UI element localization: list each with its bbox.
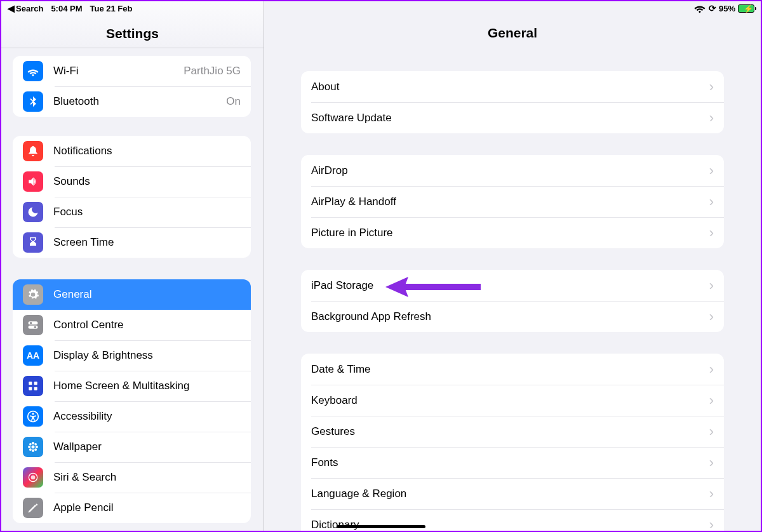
svg-point-2 xyxy=(30,322,32,324)
chevron-right-icon: › xyxy=(703,309,714,325)
sidebar-item-sounds[interactable]: Sounds xyxy=(13,166,251,197)
detail-item-about[interactable]: About › xyxy=(301,71,724,102)
detail-item-label: Picture in Picture xyxy=(311,227,393,239)
bell-icon xyxy=(23,141,43,161)
detail-item-label: About xyxy=(311,81,339,93)
detail-item-ipad-storage[interactable]: iPad Storage › xyxy=(301,270,724,301)
sidebar-item-bluetooth[interactable]: Bluetooth On xyxy=(13,86,251,117)
status-date: Tue 21 Feb xyxy=(90,4,133,13)
sidebar-item-siri[interactable]: Siri & Search xyxy=(13,462,251,493)
hourglass-icon xyxy=(23,232,43,253)
grid-icon xyxy=(23,376,43,396)
pencil-icon xyxy=(23,498,43,518)
detail-item-label: AirDrop xyxy=(311,164,348,177)
svg-point-10 xyxy=(32,446,35,449)
detail-item-software-update[interactable]: Software Update › xyxy=(301,102,724,133)
battery-icon: ⚡ xyxy=(738,4,754,13)
sidebar-item-label: Sounds xyxy=(53,175,90,188)
detail-item-pip[interactable]: Picture in Picture › xyxy=(301,217,724,248)
detail-title: General xyxy=(488,25,537,41)
svg-point-15 xyxy=(29,443,32,446)
detail-group-storage: iPad Storage › Background App Refresh › xyxy=(301,270,724,332)
battery-pct: 95% xyxy=(719,4,735,13)
detail-item-label: Background App Refresh xyxy=(311,310,431,323)
sidebar-item-label: Screen Time xyxy=(53,236,114,249)
wifi-icon xyxy=(23,61,43,81)
switches-icon xyxy=(23,315,43,335)
detail-item-background-refresh[interactable]: Background App Refresh › xyxy=(301,301,724,332)
svg-rect-7 xyxy=(34,387,37,390)
svg-rect-5 xyxy=(34,382,37,385)
chevron-right-icon: › xyxy=(703,163,714,179)
sidebar-title: Settings xyxy=(106,26,159,41)
status-bar: ◀ Search 5:04 PM Tue 21 Feb ⟳ 95% ⚡ xyxy=(1,1,761,15)
back-app-label[interactable]: Search xyxy=(16,4,43,13)
svg-point-17 xyxy=(29,448,32,451)
orientation-lock-icon: ⟳ xyxy=(709,3,716,13)
detail-group-input: Date & Time › Keyboard › Gestures › Font… xyxy=(301,354,724,531)
sidebar-item-label: Wi-Fi xyxy=(53,65,79,77)
detail-item-fonts[interactable]: Fonts › xyxy=(301,447,724,478)
detail-item-label: Software Update xyxy=(311,112,392,124)
chevron-right-icon: › xyxy=(703,455,714,471)
sidebar-group-general: General Control Centre AA Display & Brig… xyxy=(13,279,251,523)
svg-point-14 xyxy=(36,446,38,448)
sidebar-item-wifi[interactable]: Wi-Fi ParthJio 5G xyxy=(13,56,251,86)
chevron-right-icon: › xyxy=(703,79,714,95)
detail-item-label: AirPlay & Handoff xyxy=(311,196,396,208)
svg-point-11 xyxy=(32,442,34,444)
back-caret-icon[interactable]: ◀ xyxy=(8,3,15,13)
sidebar-group-notifications: Notifications Sounds Focus Screen Time xyxy=(13,136,251,258)
sidebar-item-home-screen[interactable]: Home Screen & Multitasking xyxy=(13,371,251,401)
bluetooth-status-value: On xyxy=(226,95,241,108)
sidebar-item-label: Apple Pencil xyxy=(53,502,114,514)
detail-group-airdrop: AirDrop › AirPlay & Handoff › Picture in… xyxy=(301,155,724,248)
svg-rect-6 xyxy=(29,387,32,390)
accessibility-icon xyxy=(23,406,43,427)
svg-rect-1 xyxy=(29,326,38,329)
sidebar-item-control-centre[interactable]: Control Centre xyxy=(13,310,251,340)
chevron-right-icon: › xyxy=(703,110,714,126)
home-indicator xyxy=(337,525,425,528)
sidebar-item-notifications[interactable]: Notifications xyxy=(13,136,251,166)
sidebar-item-accessibility[interactable]: Accessibility xyxy=(13,401,251,432)
sidebar-item-display[interactable]: AA Display & Brightness xyxy=(13,340,251,371)
detail-item-keyboard[interactable]: Keyboard › xyxy=(301,385,724,416)
chevron-right-icon: › xyxy=(703,361,714,378)
svg-point-16 xyxy=(34,443,37,446)
svg-rect-0 xyxy=(29,321,38,324)
detail-item-label: Fonts xyxy=(311,456,338,469)
settings-sidebar: Settings Wi-Fi ParthJio 5G Bluetooth On … xyxy=(1,1,264,531)
detail-group-about: About › Software Update › xyxy=(301,71,724,133)
sidebar-item-label: Focus xyxy=(53,206,83,218)
detail-item-airdrop[interactable]: AirDrop › xyxy=(301,155,724,186)
detail-item-label: Gestures xyxy=(311,425,355,438)
sidebar-item-general[interactable]: General xyxy=(13,279,251,310)
sidebar-item-wallpaper[interactable]: Wallpaper xyxy=(13,432,251,462)
sidebar-item-screen-time[interactable]: Screen Time xyxy=(13,227,251,258)
wifi-network-value: ParthJio 5G xyxy=(184,65,241,77)
sidebar-item-label: Wallpaper xyxy=(53,441,102,453)
chevron-right-icon: › xyxy=(703,486,714,502)
svg-point-20 xyxy=(31,475,36,480)
bluetooth-icon xyxy=(23,91,43,112)
sidebar-item-label: Bluetooth xyxy=(53,95,99,108)
chevron-right-icon: › xyxy=(703,423,714,440)
sidebar-item-label: Home Screen & Multitasking xyxy=(53,380,189,392)
speaker-icon xyxy=(23,171,43,192)
sidebar-item-apple-pencil[interactable]: Apple Pencil xyxy=(13,493,251,523)
sidebar-item-label: Control Centre xyxy=(53,319,124,331)
detail-item-label: Keyboard xyxy=(311,394,358,407)
sidebar-item-label: Accessibility xyxy=(53,410,112,423)
detail-item-language-region[interactable]: Language & Region › xyxy=(301,478,724,509)
sidebar-item-focus[interactable]: Focus xyxy=(13,197,251,227)
moon-icon xyxy=(23,202,43,222)
svg-point-9 xyxy=(32,413,34,415)
gear-icon xyxy=(23,284,43,305)
siri-icon xyxy=(23,467,43,488)
detail-item-airplay[interactable]: AirPlay & Handoff › xyxy=(301,186,724,217)
detail-item-gestures[interactable]: Gestures › xyxy=(301,416,724,447)
detail-item-date-time[interactable]: Date & Time › xyxy=(301,354,724,385)
status-time: 5:04 PM xyxy=(51,4,82,13)
svg-point-13 xyxy=(28,446,30,448)
